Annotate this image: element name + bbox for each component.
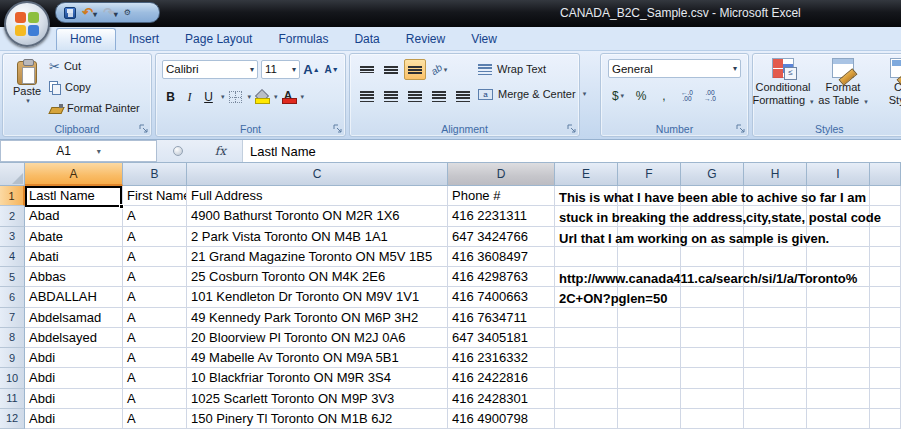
cell-B10[interactable]: A [123,368,187,388]
clipboard-dialog-launcher-icon[interactable] [139,124,149,134]
customize-dropdown-icon[interactable]: ⚙ [124,8,131,17]
row-header-8[interactable]: 8 [0,328,25,348]
align-middle-button[interactable] [380,59,402,80]
cell-F9[interactable] [618,348,681,368]
column-header-H[interactable]: H [744,163,807,186]
alignment-dialog-launcher-icon[interactable] [567,124,577,134]
cell-D7[interactable]: 416 7634711 [448,308,555,328]
row-header-3[interactable]: 3 [0,227,25,247]
column-header-E[interactable]: E [555,163,618,186]
borders-dropdown-icon[interactable]: ▾ [248,93,252,101]
fill-color-dropdown-icon[interactable]: ▾ [274,93,278,101]
cell-A10[interactable]: Abdi [25,368,123,388]
cell-J12[interactable] [870,409,901,429]
column-header-F[interactable]: F [618,163,681,186]
cell-A8[interactable]: Abdelsayed [25,328,123,348]
tab-formulas[interactable]: Formulas [265,29,341,50]
borders-button[interactable] [227,87,244,107]
cell-C12[interactable]: 150 Pinery Tl Toronto ON M1B 6J2 [187,409,448,429]
cell-J9[interactable] [870,348,901,368]
column-header-B[interactable]: B [123,163,187,186]
cut-button[interactable]: ✂ Cut [49,58,140,74]
cell-J8[interactable] [870,328,901,348]
shrink-font-button[interactable]: A▼ [323,59,340,79]
cell-H7[interactable] [744,308,807,328]
cell-C7[interactable]: 49 Kennedy Park Toronto ON M6P 3H2 [187,308,448,328]
cell-F7[interactable] [618,308,681,328]
row-header-12[interactable]: 12 [0,409,25,429]
underline-dropdown-icon[interactable]: ▾ [221,93,225,101]
fill-color-button[interactable] [253,87,270,107]
copy-button[interactable]: Copy [49,79,140,95]
cell-B11[interactable]: A [123,389,187,409]
percent-button[interactable]: % [631,86,651,106]
cell-I7[interactable] [807,308,870,328]
column-header-G[interactable]: G [681,163,744,186]
column-header-I[interactable]: I [807,163,870,186]
cell-F11[interactable] [618,389,681,409]
decrease-decimal-button[interactable]: .00→.0 [700,86,720,106]
font-dialog-launcher-icon[interactable] [333,124,343,134]
cell-C9[interactable]: 49 Mabelle Av Toronto ON M9A 5B1 [187,348,448,368]
cell-F12[interactable] [618,409,681,429]
cell-H11[interactable] [744,389,807,409]
comma-button[interactable]: , [654,86,674,106]
column-header-partial[interactable] [870,163,901,186]
cell-A9[interactable]: Abdi [25,348,123,368]
cell-C10[interactable]: 10 Blackfriar Toronto ON M9R 3S4 [187,368,448,388]
cell-J7[interactable] [870,308,901,328]
align-left-button[interactable] [356,86,378,107]
cell-H9[interactable] [744,348,807,368]
tab-data[interactable]: Data [341,29,392,50]
merge-center-button[interactable]: a Merge & Center ▾ [478,86,586,102]
cell-I12[interactable] [807,409,870,429]
cell-E7[interactable] [555,308,618,328]
cell-C4[interactable]: 21 Grand Magazine Toronto ON M5V 1B5 [187,247,448,267]
cell-E8[interactable] [555,328,618,348]
cell-F10[interactable] [618,368,681,388]
cell-D9[interactable]: 416 2316332 [448,348,555,368]
cell-G10[interactable] [681,368,744,388]
cell-B1[interactable]: First Name [123,186,187,206]
cell-D3[interactable]: 647 3424766 [448,227,555,247]
cell-D1[interactable]: Phone # [448,186,555,206]
bold-button[interactable]: B [162,87,179,107]
cell-D4[interactable]: 416 3608497 [448,247,555,267]
merge-center-dropdown-icon[interactable]: ▾ [583,90,587,98]
format-painter-button[interactable]: Format Painter [49,100,140,116]
cell-H12[interactable] [744,409,807,429]
cell-C8[interactable]: 20 Bloorview Pl Toronto ON M2J 0A6 [187,328,448,348]
font-color-dropdown-icon[interactable]: ▾ [301,93,305,101]
number-format-combo[interactable]: General▾ [608,59,741,78]
cell-E10[interactable] [555,368,618,388]
format-as-table-button[interactable]: Formatas Table ▾ [815,58,871,108]
cell-D6[interactable]: 416 7400663 [448,287,555,307]
column-header-A[interactable]: A [25,163,123,186]
cell-D5[interactable]: 416 4298763 [448,267,555,287]
tab-insert[interactable]: Insert [116,29,172,50]
cell-A5[interactable]: Abbas [25,267,123,287]
decrease-indent-button[interactable] [428,86,450,107]
fill-handle[interactable] [119,204,124,209]
cell-J10[interactable] [870,368,901,388]
cell-C5[interactable]: 25 Cosburn Toronto ON M4K 2E6 [187,267,448,287]
cell-I8[interactable] [807,328,870,348]
column-header-D[interactable]: D [448,163,555,186]
italic-button[interactable]: I [181,87,198,107]
tab-page-layout[interactable]: Page Layout [172,29,265,50]
orientation-button[interactable]: ab▾ [428,59,450,80]
cell-B4[interactable]: A [123,247,187,267]
cell-I10[interactable] [807,368,870,388]
undo-icon[interactable]: ↶▾ [82,6,97,19]
tab-home[interactable]: Home [56,28,116,50]
tab-review[interactable]: Review [393,29,458,50]
cell-A2[interactable]: Abad [25,206,123,226]
currency-button[interactable]: $▾ [608,86,628,106]
cell-B8[interactable]: A [123,328,187,348]
align-right-button[interactable] [404,86,426,107]
currency-dropdown-icon[interactable]: ▾ [621,92,625,100]
row-header-7[interactable]: 7 [0,308,25,328]
conditional-formatting-button[interactable]: ConditionalFormatting ▾ [755,58,811,108]
cell-C6[interactable]: 101 Kendleton Dr Toronto ON M9V 1V1 [187,287,448,307]
cell-A11[interactable]: Abdi [25,389,123,409]
